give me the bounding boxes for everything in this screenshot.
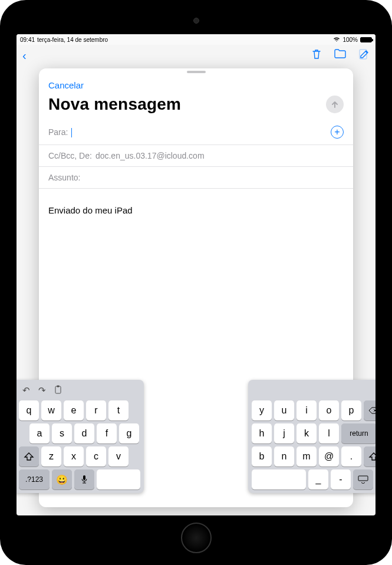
wifi-icon bbox=[333, 37, 340, 42]
back-chevron-icon[interactable]: ‹ bbox=[22, 49, 27, 63]
clipboard-icon[interactable] bbox=[54, 385, 62, 396]
key-y[interactable]: y bbox=[252, 400, 272, 421]
home-button[interactable] bbox=[181, 523, 212, 553]
key-j[interactable]: j bbox=[274, 423, 294, 444]
trash-icon[interactable] bbox=[312, 49, 321, 63]
dismiss-keyboard-key[interactable] bbox=[353, 469, 373, 490]
key-x[interactable]: x bbox=[64, 446, 84, 467]
kb-row-2-left: a s d f g bbox=[19, 423, 140, 444]
key-at[interactable]: @ bbox=[319, 446, 339, 467]
space-key-right[interactable] bbox=[252, 469, 306, 490]
cc-bcc-label: Cc/Bcc, De: bbox=[48, 151, 92, 160]
key-i[interactable]: i bbox=[297, 400, 317, 421]
kb-row-4-right: _ - bbox=[252, 469, 373, 490]
key-r[interactable]: r bbox=[86, 400, 106, 421]
svg-rect-2 bbox=[57, 386, 60, 387]
redo-icon[interactable]: ↷ bbox=[38, 385, 46, 396]
compose-title: Nova mensagem bbox=[48, 95, 181, 114]
keyboard-left-half: ↶ ↷ q w e r t a s d f bbox=[17, 380, 144, 493]
key-h[interactable]: h bbox=[252, 423, 272, 444]
to-field[interactable] bbox=[71, 127, 327, 137]
key-a[interactable]: a bbox=[29, 423, 50, 444]
key-g[interactable]: g bbox=[119, 423, 139, 444]
front-camera bbox=[193, 18, 199, 24]
cancel-button[interactable]: Cancelar bbox=[48, 80, 84, 90]
key-s[interactable]: s bbox=[52, 423, 72, 444]
status-date: terça-feira, 14 de setembro bbox=[37, 37, 108, 43]
key-z[interactable]: z bbox=[41, 446, 61, 467]
key-p[interactable]: p bbox=[341, 400, 361, 421]
shift-key-left[interactable] bbox=[19, 446, 39, 467]
key-e[interactable]: e bbox=[64, 400, 84, 421]
key-l[interactable]: l bbox=[319, 423, 339, 444]
svg-rect-1 bbox=[55, 386, 61, 393]
key-f[interactable]: f bbox=[97, 423, 117, 444]
shift-key-right[interactable] bbox=[364, 446, 375, 467]
keyboard-right-half: y u i o p h j k l return b n m bbox=[248, 380, 375, 493]
status-time: 09:41 bbox=[20, 37, 35, 43]
folder-icon[interactable] bbox=[334, 49, 346, 63]
keyboard-toolbar-right bbox=[252, 383, 373, 398]
to-label: Para: bbox=[48, 127, 68, 137]
key-underscore[interactable]: _ bbox=[308, 469, 328, 490]
kb-row-1-left: q w e r t bbox=[19, 400, 140, 421]
cc-bcc-row[interactable]: Cc/Bcc, De: doc.en_us.03.17@icloud.com bbox=[39, 145, 353, 167]
key-t[interactable]: t bbox=[108, 400, 129, 421]
text-caret bbox=[71, 128, 72, 137]
screen: 09:41 terça-feira, 14 de setembro 100% ‹ bbox=[17, 34, 375, 515]
send-button[interactable] bbox=[326, 96, 344, 113]
svg-rect-3 bbox=[83, 475, 85, 480]
status-bar: 09:41 terça-feira, 14 de setembro 100% bbox=[17, 34, 375, 45]
key-m[interactable]: m bbox=[297, 446, 317, 467]
to-row[interactable]: Para: + bbox=[39, 120, 353, 145]
battery-pct: 100% bbox=[342, 37, 358, 43]
key-k[interactable]: k bbox=[297, 423, 317, 444]
battery-icon bbox=[360, 37, 372, 42]
svg-rect-4 bbox=[358, 476, 368, 481]
key-w[interactable]: w bbox=[41, 400, 61, 421]
key-hyphen[interactable]: - bbox=[331, 469, 351, 490]
backspace-key[interactable] bbox=[364, 400, 375, 421]
key-u[interactable]: u bbox=[274, 400, 294, 421]
subject-row[interactable]: Assunto: bbox=[39, 167, 353, 189]
return-key[interactable]: return bbox=[341, 423, 375, 444]
key-d[interactable]: d bbox=[74, 423, 94, 444]
key-c[interactable]: c bbox=[86, 446, 106, 467]
background-toolbar: ‹ bbox=[17, 45, 375, 66]
key-n[interactable]: n bbox=[274, 446, 294, 467]
undo-icon[interactable]: ↶ bbox=[22, 385, 30, 396]
key-q[interactable]: q bbox=[19, 400, 39, 421]
signature-text: Enviado do meu iPad bbox=[48, 205, 344, 215]
numbers-key[interactable]: .?123 bbox=[19, 469, 50, 490]
dictation-key[interactable] bbox=[74, 469, 94, 490]
emoji-key[interactable]: 😀 bbox=[52, 469, 72, 490]
kb-row-3-left: z x c v bbox=[19, 446, 140, 467]
key-v[interactable]: v bbox=[108, 446, 129, 467]
space-key-left[interactable] bbox=[97, 469, 140, 490]
ipad-device-frame: 09:41 terça-feira, 14 de setembro 100% ‹ bbox=[0, 0, 392, 565]
kb-row-3-right: b n m @ . bbox=[252, 446, 373, 467]
key-period[interactable]: . bbox=[341, 446, 361, 467]
from-address: doc.en_us.03.17@icloud.com bbox=[95, 151, 344, 160]
kb-row-2-right: h j k l return bbox=[252, 423, 373, 444]
keyboard-toolbar-left: ↶ ↷ bbox=[19, 383, 140, 398]
key-o[interactable]: o bbox=[319, 400, 339, 421]
subject-label: Assunto: bbox=[48, 173, 80, 182]
kb-row-4-left: .?123 😀 bbox=[19, 469, 140, 490]
key-b[interactable]: b bbox=[252, 446, 272, 467]
kb-row-1-right: y u i o p bbox=[252, 400, 373, 421]
compose-icon[interactable] bbox=[359, 49, 370, 63]
add-contact-button[interactable]: + bbox=[331, 126, 344, 139]
